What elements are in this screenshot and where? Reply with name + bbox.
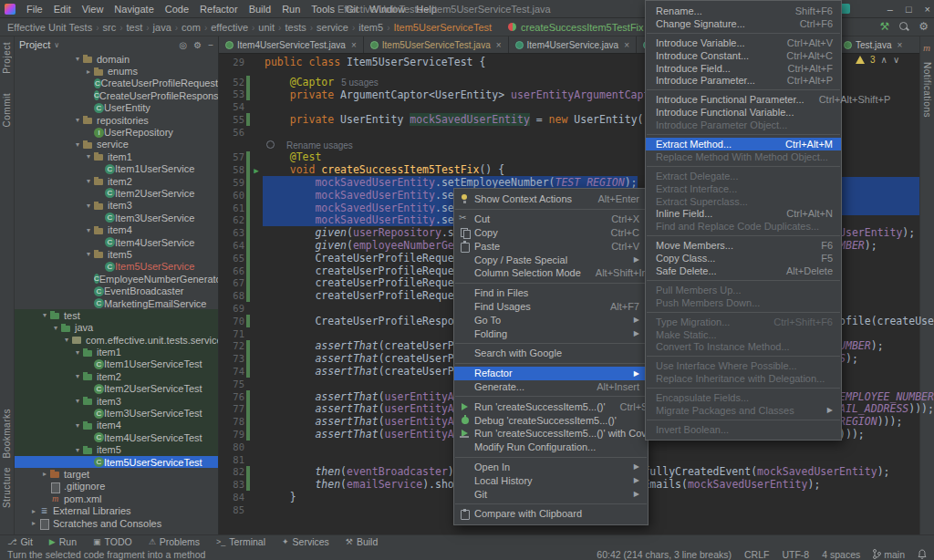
- menu-item-change-signature[interactable]: Change Signature...Ctrl+F6: [646, 17, 841, 30]
- tree-row[interactable]: ▾domain: [15, 53, 218, 65]
- menu-item-introduce-parameter[interactable]: Introduce Parameter...Ctrl+Alt+P: [646, 74, 841, 87]
- settings-gear-icon[interactable]: ⚙: [918, 20, 929, 33]
- search-icon[interactable]: [898, 21, 909, 32]
- chevron-down-icon[interactable]: ▾: [84, 152, 93, 161]
- menu-item-rename[interactable]: Rename...Shift+F6: [646, 5, 841, 17]
- tree-row[interactable]: CItem2UserServiceTest: [15, 383, 218, 395]
- menu-navigate[interactable]: Navigate: [109, 4, 159, 15]
- breadcrumb-item[interactable]: service: [317, 22, 348, 33]
- menu-item-introduce-functional-variable[interactable]: Introduce Functional Variable...: [646, 106, 841, 119]
- chevron-down-icon[interactable]: ▾: [73, 140, 82, 149]
- tool-button-commit[interactable]: Commit: [2, 93, 12, 127]
- menu-item-local-history[interactable]: Local History▶: [454, 473, 648, 487]
- menu-item-generate[interactable]: Generate...Alt+Insert: [454, 380, 648, 394]
- tree-row[interactable]: ▾repositories: [15, 114, 218, 126]
- editor-tab[interactable]: Item4UserService.java×: [509, 36, 637, 53]
- tree-row[interactable]: ▾service: [15, 139, 218, 150]
- menu-item-inline-field[interactable]: Inline Field...Ctrl+Alt+N: [646, 207, 841, 220]
- build-hammer-icon[interactable]: ⚒: [879, 20, 889, 33]
- breadcrumb-item[interactable]: src: [102, 22, 116, 33]
- tool-button-services[interactable]: ✦Services: [282, 536, 329, 547]
- tree-row[interactable]: ▾item2: [15, 370, 218, 382]
- tree-row[interactable]: CUserEntity: [15, 102, 218, 114]
- menu-item-folding[interactable]: Folding▶: [454, 327, 648, 340]
- menu-item-git[interactable]: Git▶: [454, 487, 648, 501]
- indent-setting[interactable]: 4 spaces: [822, 549, 860, 560]
- close-button[interactable]: ×: [925, 4, 930, 15]
- menu-tools[interactable]: Tools: [306, 4, 340, 15]
- menu-item-debug-createsuccessitem5[interactable]: Debug 'createSuccessItem5...()': [454, 413, 648, 427]
- menu-item-copy[interactable]: CopyCtrl+C: [454, 226, 648, 240]
- breadcrumb-item[interactable]: Effective Unit Tests: [7, 22, 92, 33]
- menu-item-go-to[interactable]: Go To▶: [454, 313, 648, 327]
- tree-row[interactable]: CItem1UserService: [15, 163, 218, 175]
- notifications-bell-icon[interactable]: [918, 549, 927, 559]
- chevron-down-icon[interactable]: ▾: [73, 116, 82, 124]
- tool-button-maven[interactable]: m: [923, 42, 930, 53]
- chevron-down-icon[interactable]: ▾: [84, 177, 93, 185]
- tree-row[interactable]: ▸target: [15, 468, 218, 480]
- tree-row[interactable]: ▾item4: [15, 420, 218, 431]
- tree-row[interactable]: ▾item1: [15, 150, 218, 162]
- menu-refactor[interactable]: Refactor: [194, 4, 244, 15]
- breadcrumb-item[interactable]: java: [153, 22, 171, 33]
- tree-row[interactable]: ▾item3: [15, 395, 218, 407]
- menu-code[interactable]: Code: [160, 4, 194, 15]
- menu-item-find-in-files[interactable]: Find in Files: [454, 286, 648, 300]
- project-header-title[interactable]: Project: [19, 39, 50, 50]
- menu-item-introduce-functional-parameter[interactable]: Introduce Functional Parameter...Ctrl+Al…: [646, 93, 841, 106]
- tree-row[interactable]: CEmployeeNumberGenerator: [15, 273, 218, 285]
- tree-row[interactable]: ▾item1: [15, 346, 218, 358]
- breadcrumb-item[interactable]: item5: [358, 22, 383, 33]
- tree-row[interactable]: CEventBroadcaster: [15, 285, 218, 296]
- menu-item-run-createsuccessitem5[interactable]: Run 'createSuccessItem5...()'Ctrl+Shift+…: [454, 399, 648, 413]
- chevron-down-icon[interactable]: ▾: [84, 226, 93, 234]
- breadcrumb-item[interactable]: com: [182, 22, 201, 33]
- tool-button-project[interactable]: Project: [2, 42, 12, 74]
- tree-row[interactable]: CMarketingEmailService: [15, 297, 218, 309]
- tree-row[interactable]: CItem5UserServiceTest: [15, 456, 218, 468]
- tree-row[interactable]: mpom.xml: [15, 493, 218, 504]
- tool-button-todo[interactable]: ▣TODO: [93, 536, 132, 547]
- menu-item-modify-run-configuration[interactable]: Modify Run Configuration...: [454, 441, 648, 454]
- chevron-down-icon[interactable]: ▾: [51, 324, 60, 332]
- tree-row[interactable]: ▾com.effective.unit.tests.service: [15, 334, 218, 346]
- menu-build[interactable]: Build: [244, 4, 276, 15]
- menu-item-move-members[interactable]: Move Members...F6: [646, 239, 841, 252]
- hide-panel-icon[interactable]: −: [208, 40, 213, 50]
- tree-row[interactable]: ▸Scratches and Consoles: [15, 517, 218, 529]
- tree-row[interactable]: CItem4UserService: [15, 236, 218, 248]
- menu-item-extract-method[interactable]: Extract Method...Ctrl+Alt+M: [646, 138, 841, 150]
- menu-item-open-in[interactable]: Open In▶: [454, 461, 648, 474]
- menu-item-safe-delete[interactable]: Safe Delete...Alt+Delete: [646, 264, 841, 277]
- tree-row[interactable]: CItem1UserServiceTest: [15, 358, 218, 370]
- menu-view[interactable]: View: [77, 4, 109, 15]
- chevron-down-icon[interactable]: ▾: [73, 55, 82, 63]
- tree-row[interactable]: ▾item2: [15, 175, 218, 187]
- breadcrumb-item[interactable]: test: [127, 22, 143, 33]
- chevron-down-icon[interactable]: ▾: [73, 421, 82, 430]
- breadcrumb-item[interactable]: tests: [285, 22, 306, 33]
- tool-button-structure[interactable]: Structure: [2, 467, 12, 508]
- git-branch-widget[interactable]: main: [873, 549, 905, 560]
- chevron-right-icon[interactable]: ▸: [29, 519, 38, 527]
- tree-row[interactable]: ▾item5: [15, 248, 218, 260]
- menu-item-introduce-constant[interactable]: Introduce Constant...Ctrl+Alt+C: [646, 49, 841, 62]
- tool-button-notifications[interactable]: Notifications: [922, 62, 932, 118]
- chevron-right-icon[interactable]: ▸: [29, 507, 38, 515]
- tree-row[interactable]: IUserRepository: [15, 126, 218, 138]
- close-icon[interactable]: ×: [349, 40, 357, 50]
- run-test-gutter-icon[interactable]: ▶: [250, 163, 263, 176]
- tool-button-bookmarks[interactable]: Bookmarks: [2, 409, 12, 459]
- menu-item-run-createsuccessitem5-with-coverage[interactable]: Run 'createSuccessItem5...()' with Cover…: [454, 427, 648, 441]
- tool-button-run[interactable]: ▶Run: [49, 536, 77, 547]
- menu-item-compare-with-clipboard[interactable]: Compare with Clipboard: [454, 507, 648, 521]
- tool-button-git[interactable]: ⎇Git: [7, 536, 33, 547]
- menu-item-copy-paste-special[interactable]: Copy / Paste Special▶: [454, 253, 648, 266]
- caret-position[interactable]: 60:42 (214 chars, 3 line breaks): [597, 549, 732, 560]
- tree-row[interactable]: ▾item3: [15, 200, 218, 212]
- close-icon[interactable]: ×: [494, 40, 502, 50]
- prev-problem-icon[interactable]: ∧: [881, 55, 887, 65]
- tool-button-problems[interactable]: ⚠Problems: [149, 536, 200, 547]
- tree-row[interactable]: CCreateUserProfileRequest: [15, 78, 218, 89]
